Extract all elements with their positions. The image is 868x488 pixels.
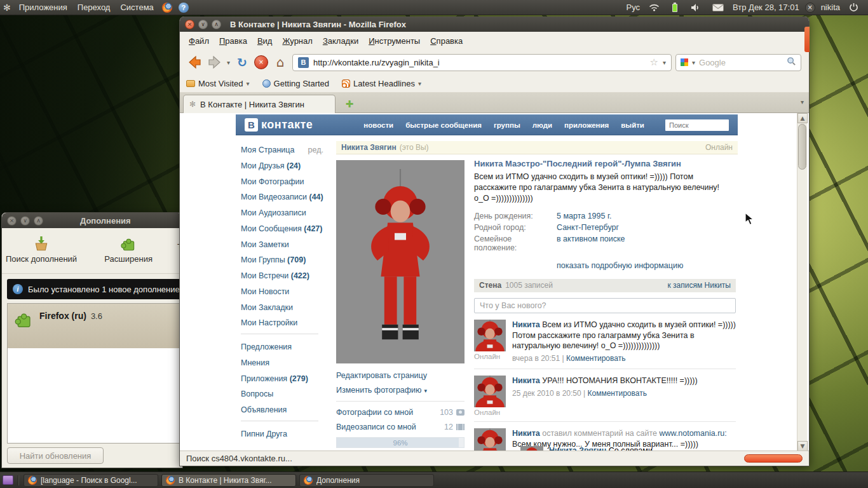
profile-status[interactable]: Всем из ИТМО удачно сходить в музей опти… bbox=[474, 172, 736, 204]
sidebar-item-apps[interactable]: Приложения (279) bbox=[241, 374, 325, 384]
maximize-icon[interactable] bbox=[212, 20, 221, 29]
power-icon[interactable] bbox=[849, 3, 858, 12]
scroll-down-icon[interactable]: ▼ bbox=[797, 441, 808, 451]
bookmark-star-icon[interactable] bbox=[650, 57, 658, 68]
menu-view[interactable]: Вид bbox=[254, 34, 276, 48]
volume-icon[interactable] bbox=[690, 3, 700, 12]
url-dropdown-icon[interactable] bbox=[663, 59, 666, 66]
sidebar-item-meetings[interactable]: Мои Встречи (422) bbox=[241, 271, 325, 281]
tab-extensions[interactable]: Расширения bbox=[93, 233, 163, 264]
back-button[interactable] bbox=[186, 54, 203, 71]
menu-bookmarks[interactable]: Закладки bbox=[319, 34, 362, 48]
menu-edit[interactable]: Правка bbox=[215, 34, 251, 48]
firefox-titlebar[interactable]: В Контакте | Никита Звягин - Mozilla Fir… bbox=[180, 17, 809, 32]
edit-page-link[interactable]: Редактировать страницу bbox=[336, 371, 465, 380]
home-button[interactable] bbox=[272, 54, 288, 71]
sidebar-item-questions[interactable]: Вопросы bbox=[241, 389, 325, 399]
menu-tools[interactable]: Инструменты bbox=[365, 34, 424, 48]
show-desktop-icon[interactable] bbox=[3, 475, 13, 485]
close-icon[interactable] bbox=[185, 20, 194, 29]
nav-logout[interactable]: выйти bbox=[621, 121, 644, 129]
sidebar-item-offers[interactable]: Предложения bbox=[241, 342, 325, 352]
maximize-icon[interactable] bbox=[34, 216, 43, 226]
sidebar-item-notes[interactable]: Мои Заметки bbox=[241, 240, 325, 250]
hometown-link[interactable]: Санкт-Петербург bbox=[557, 223, 619, 232]
tab-vkontakte[interactable]: В Контакте | Никита Звягин bbox=[183, 95, 336, 113]
nav-apps[interactable]: приложения bbox=[564, 121, 609, 129]
close-icon[interactable] bbox=[7, 216, 17, 226]
change-photo-link[interactable]: Изменить фотографию▾ bbox=[336, 386, 465, 395]
taskbar-window-vkontakte[interactable]: В Контакте | Никита Звяг... bbox=[161, 474, 296, 487]
sidebar-item-audio[interactable]: Мои Аудиозаписи bbox=[241, 208, 325, 218]
firefox-launcher-icon[interactable] bbox=[162, 3, 172, 13]
sidebar-item-poke[interactable]: Пипни Друга bbox=[241, 429, 325, 439]
scroll-up-icon[interactable]: ▲ bbox=[797, 113, 808, 123]
username-label[interactable]: nikita bbox=[821, 3, 840, 12]
sidebar-item-photos[interactable]: Мои Фотографии bbox=[241, 177, 325, 187]
sidebar-item-ads[interactable]: Объявления bbox=[241, 405, 325, 415]
tab-get-addons[interactable]: Поиск дополнений bbox=[6, 233, 77, 264]
mail-icon[interactable] bbox=[712, 4, 724, 11]
wifi-icon[interactable] bbox=[649, 3, 660, 11]
addons-titlebar[interactable]: Дополнения bbox=[2, 213, 182, 228]
sidebar-item-friends[interactable]: Мои Друзья (24) bbox=[241, 161, 325, 171]
menu-help[interactable]: Справка bbox=[426, 34, 466, 48]
menu-history[interactable]: Журнал bbox=[278, 34, 316, 48]
vk-logo[interactable]: В контакте bbox=[245, 118, 313, 132]
history-dropdown-icon[interactable] bbox=[227, 59, 230, 66]
wall-post-input[interactable] bbox=[474, 298, 736, 313]
stop-button[interactable] bbox=[254, 55, 268, 69]
sidebar-item-videos[interactable]: Мои Видеозаписи (44) bbox=[241, 192, 325, 202]
sidebar-item-opinions[interactable]: Мнения bbox=[241, 358, 325, 368]
search-bar[interactable] bbox=[675, 54, 801, 71]
url-text[interactable]: http://vkontakte.ru/zvyagin_nikita_i bbox=[313, 58, 440, 67]
find-updates-button[interactable]: Найти обновления bbox=[7, 447, 104, 464]
help-icon[interactable]: ? bbox=[179, 3, 189, 13]
birthday-link[interactable]: 5 марта 1995 г. bbox=[557, 212, 611, 220]
sidebar-item-messages[interactable]: Мои Сообщения (427) bbox=[241, 224, 325, 234]
menu-file[interactable]: Файл bbox=[185, 34, 213, 48]
profile-photo[interactable] bbox=[336, 160, 465, 363]
scrollbar-thumb[interactable] bbox=[798, 124, 806, 170]
nav-news[interactable]: новости bbox=[363, 121, 393, 129]
vertical-scrollbar[interactable]: ▲ ▼ bbox=[797, 113, 807, 451]
search-engine-dropdown-icon[interactable] bbox=[692, 59, 695, 66]
addon-list-item[interactable]: Firefox (ru)3.6 bbox=[8, 304, 183, 348]
bookmark-most-visited[interactable]: Most Visited bbox=[186, 79, 250, 88]
edit-link[interactable]: ред. bbox=[308, 145, 323, 155]
keyboard-layout-indicator[interactable]: Рус bbox=[627, 3, 641, 12]
show-more-info-link[interactable]: показать подробную информацию bbox=[557, 261, 736, 270]
taskbar-window-addons[interactable]: Дополнения bbox=[299, 474, 434, 487]
avatar[interactable] bbox=[474, 320, 506, 351]
post-author-link[interactable]: Никита bbox=[512, 429, 540, 438]
sidebar-item-news[interactable]: Мои Новости bbox=[241, 287, 325, 297]
url-bar[interactable]: http://vkontakte.ru/zvyagin_nikita_i bbox=[292, 54, 672, 71]
bookmark-latest-headlines[interactable]: Latest Headlines bbox=[342, 79, 421, 88]
panel-menu-system[interactable]: Система bbox=[115, 0, 158, 15]
relationship-link[interactable]: в активном поиске bbox=[557, 234, 625, 252]
sidebar-item-my-page[interactable]: ред.Моя Страница bbox=[241, 145, 325, 155]
wall-all-posts-link[interactable]: к записям Никиты bbox=[668, 281, 731, 290]
ubuntu-logo-icon[interactable]: ✻ bbox=[3, 3, 11, 13]
new-tab-button[interactable] bbox=[342, 97, 357, 111]
comment-link[interactable]: Комментировать bbox=[588, 389, 647, 398]
tab-list-dropdown-icon[interactable] bbox=[801, 98, 804, 105]
post-author-link[interactable]: Никита bbox=[512, 320, 540, 329]
reload-button[interactable] bbox=[234, 54, 250, 71]
search-input[interactable] bbox=[699, 58, 783, 67]
nav-messages[interactable]: быстрые сообщения bbox=[405, 121, 482, 129]
external-site-link[interactable]: www.notomania.ru: bbox=[659, 429, 726, 438]
post-author-link[interactable]: Никита bbox=[512, 376, 540, 385]
videos-with-me-link[interactable]: Видеозаписи со мной 12 bbox=[336, 423, 465, 431]
sidebar-item-settings[interactable]: Мои Настройки bbox=[241, 318, 325, 328]
vk-search-input[interactable] bbox=[665, 119, 729, 131]
bookmark-getting-started[interactable]: Getting Started bbox=[262, 79, 329, 88]
sidebar-item-groups[interactable]: Мои Группы (709) bbox=[241, 255, 325, 265]
clock[interactable]: Втр Дек 28, 17:01 bbox=[733, 3, 799, 12]
battery-icon[interactable] bbox=[672, 3, 678, 13]
sidebar-item-bookmarks[interactable]: Мои Закладки bbox=[241, 302, 325, 313]
status-badge-icon[interactable] bbox=[805, 3, 815, 13]
taskbar-window-google[interactable]: [language - Поиск в Googl... bbox=[24, 474, 158, 487]
avatar[interactable] bbox=[474, 376, 506, 407]
nav-groups[interactable]: группы bbox=[494, 121, 520, 129]
